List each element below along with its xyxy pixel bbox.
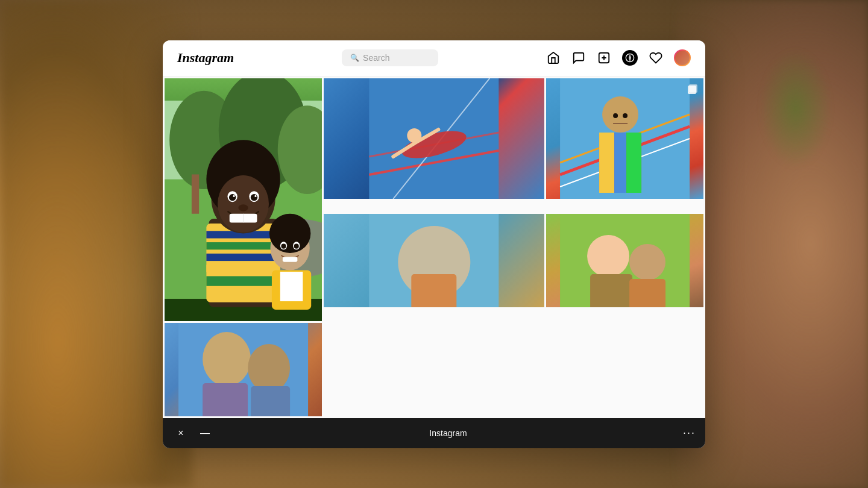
- navbar: Instagram 🔍 Search: [163, 40, 705, 77]
- svg-rect-71: [629, 279, 665, 307]
- svg-rect-76: [251, 386, 290, 416]
- svg-rect-26: [206, 264, 280, 272]
- svg-point-59: [613, 113, 618, 118]
- create-icon[interactable]: [597, 51, 611, 65]
- compass-icon[interactable]: [622, 50, 638, 66]
- svg-point-34: [251, 194, 257, 201]
- home-icon[interactable]: [546, 51, 561, 65]
- heart-icon[interactable]: [649, 51, 663, 65]
- svg-rect-18: [192, 174, 199, 213]
- photo-grid: [163, 77, 705, 418]
- svg-marker-4: [629, 54, 631, 61]
- svg-rect-24: [206, 242, 280, 249]
- svg-rect-27: [206, 276, 280, 286]
- svg-point-33: [229, 194, 236, 201]
- svg-point-44: [281, 243, 286, 248]
- search-placeholder: Search: [363, 53, 389, 63]
- svg-point-36: [254, 195, 256, 196]
- instagram-logo[interactable]: Instagram: [177, 50, 234, 66]
- taskbar-controls: × —: [172, 425, 213, 442]
- avatar-image: [675, 51, 690, 65]
- search-icon: 🔍: [350, 54, 359, 62]
- svg-rect-56: [614, 133, 626, 193]
- svg-rect-57: [626, 133, 641, 193]
- taskbar-title: Instagram: [429, 428, 467, 438]
- svg-point-39: [238, 204, 248, 211]
- photo-bottom-right[interactable]: [165, 323, 322, 416]
- photo-bottom-left[interactable]: [324, 214, 544, 307]
- user-avatar[interactable]: [674, 49, 691, 66]
- background-plant: [760, 48, 832, 169]
- svg-rect-46: [283, 257, 297, 261]
- app-window: Instagram 🔍 Search: [163, 40, 705, 448]
- photo-selfie[interactable]: [165, 78, 322, 321]
- messenger-icon[interactable]: [571, 51, 586, 65]
- svg-point-41: [269, 213, 311, 252]
- svg-point-60: [623, 113, 627, 118]
- search-bar[interactable]: 🔍 Search: [342, 49, 438, 66]
- svg-rect-63: [689, 84, 697, 93]
- close-button[interactable]: ×: [172, 425, 189, 442]
- more-button[interactable]: ···: [683, 427, 696, 439]
- svg-rect-66: [411, 274, 456, 307]
- svg-point-74: [248, 344, 290, 392]
- content-area: [163, 77, 705, 418]
- taskbar: × — Instagram ···: [163, 418, 705, 448]
- svg-rect-48: [280, 272, 303, 301]
- svg-rect-70: [590, 274, 632, 307]
- photo-fashion[interactable]: [546, 78, 703, 199]
- navbar-icons: [546, 49, 691, 66]
- svg-rect-25: [206, 253, 280, 260]
- svg-point-68: [587, 235, 629, 277]
- svg-point-73: [203, 332, 251, 386]
- svg-point-30: [218, 175, 269, 233]
- svg-point-45: [294, 243, 299, 248]
- minimize-button[interactable]: —: [197, 425, 213, 442]
- svg-point-69: [629, 244, 665, 280]
- multi-image-indicator: [687, 83, 699, 95]
- svg-rect-58: [609, 111, 631, 128]
- photo-bottom-center[interactable]: [546, 214, 703, 307]
- svg-rect-55: [599, 133, 614, 193]
- svg-rect-75: [203, 383, 248, 416]
- photo-item[interactable]: [324, 78, 544, 199]
- svg-point-35: [233, 195, 234, 196]
